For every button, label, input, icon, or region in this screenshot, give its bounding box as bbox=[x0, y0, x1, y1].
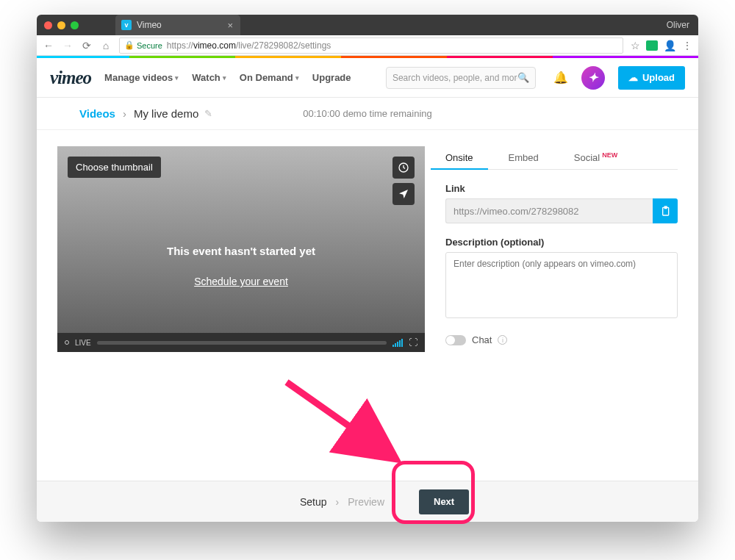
fullscreen-icon[interactable]: ⛶ bbox=[409, 337, 417, 348]
description-textarea[interactable] bbox=[445, 252, 678, 318]
chat-label: Chat bbox=[472, 334, 492, 345]
main-nav: Manage videos▾ Watch▾ On Demand▾ Upgrade bbox=[104, 72, 351, 83]
chevron-down-icon: ▾ bbox=[223, 74, 226, 82]
browser-toolbar: ← → ⟳ ⌂ 🔒 Secure https://vimeo.com/live/… bbox=[37, 35, 698, 56]
live-label: LIVE bbox=[75, 339, 91, 347]
search-input[interactable] bbox=[392, 73, 517, 83]
clock-icon bbox=[398, 162, 409, 173]
search-icon[interactable]: 🔍 bbox=[517, 72, 529, 83]
paper-plane-icon bbox=[398, 188, 409, 200]
chevron-right-icon: › bbox=[336, 496, 340, 508]
tab-social[interactable]: SocialNEW bbox=[574, 146, 615, 169]
schedule-event-link[interactable]: Schedule your event bbox=[57, 276, 425, 287]
description-label: Description (optional) bbox=[445, 237, 678, 248]
address-bar[interactable]: 🔒 Secure https://vimeo.com/live/27829808… bbox=[119, 37, 623, 54]
link-field bbox=[445, 198, 678, 223]
browser-tab[interactable]: v Vimeo × bbox=[115, 15, 240, 35]
player-control-bar: LIVE ⛶ bbox=[57, 333, 425, 352]
tab-title: Vimeo bbox=[137, 20, 162, 30]
share-icon-button[interactable] bbox=[392, 183, 415, 205]
minimize-window-button[interactable] bbox=[57, 21, 65, 29]
player-panel: Choose thumbnail This event hasn't start… bbox=[57, 146, 425, 352]
notifications-bell-icon[interactable]: 🔔 bbox=[553, 71, 568, 85]
info-icon[interactable]: i bbox=[498, 335, 507, 345]
step-preview[interactable]: Preview bbox=[348, 496, 384, 508]
schedule-icon-button[interactable] bbox=[392, 157, 415, 179]
clipboard-icon bbox=[659, 205, 671, 217]
nav-upgrade[interactable]: Upgrade bbox=[312, 72, 351, 83]
link-label: Link bbox=[445, 183, 678, 194]
bookmark-star-icon[interactable]: ☆ bbox=[631, 40, 640, 51]
tab-embed[interactable]: Embed bbox=[509, 146, 539, 169]
live-indicator-icon bbox=[65, 340, 69, 345]
window-controls bbox=[44, 21, 79, 29]
tab-onsite[interactable]: Onsite bbox=[445, 146, 473, 169]
signal-icon bbox=[392, 339, 403, 347]
nav-on-demand[interactable]: On Demand▾ bbox=[240, 72, 299, 83]
choose-thumbnail-button[interactable]: Choose thumbnail bbox=[68, 157, 161, 178]
video-player[interactable]: Choose thumbnail This event hasn't start… bbox=[57, 146, 425, 352]
account-icon[interactable]: 👤 bbox=[664, 40, 676, 51]
reload-button[interactable]: ⟳ bbox=[81, 40, 93, 51]
chat-toggle-row: Chat i bbox=[445, 334, 678, 345]
settings-tabs: Onsite Embed SocialNEW bbox=[445, 146, 678, 170]
nav-watch[interactable]: Watch▾ bbox=[192, 72, 226, 83]
player-status-message: This event hasn't started yet bbox=[57, 245, 425, 257]
page-title: My live demo bbox=[134, 107, 198, 120]
tab-favicon-icon: v bbox=[121, 20, 132, 30]
chevron-right-icon: › bbox=[123, 107, 126, 120]
profile-name[interactable]: Oliver bbox=[667, 20, 689, 30]
upload-button[interactable]: ☁ Upload bbox=[618, 66, 685, 90]
extension-icon[interactable] bbox=[646, 40, 658, 51]
step-setup[interactable]: Setup bbox=[300, 496, 327, 508]
window-titlebar: v Vimeo × Oliver bbox=[37, 15, 698, 35]
settings-panel: Onsite Embed SocialNEW Link Description … bbox=[445, 146, 678, 352]
chevron-down-icon: ▾ bbox=[175, 74, 179, 82]
site-header: vimeo Manage videos▾ Watch▾ On Demand▾ U… bbox=[37, 58, 698, 98]
breadcrumb: Videos › My live demo ✎ 00:10:00 demo ti… bbox=[37, 98, 698, 130]
user-avatar[interactable]: ✦ bbox=[581, 66, 605, 90]
progress-bar[interactable] bbox=[97, 341, 387, 345]
link-input[interactable] bbox=[445, 198, 653, 223]
forward-button[interactable]: → bbox=[62, 40, 74, 51]
main-content: Choose thumbnail This event hasn't start… bbox=[37, 130, 698, 352]
demo-time-remaining: 00:10:00 demo time remaining bbox=[303, 108, 432, 119]
wizard-steps: Setup › Preview bbox=[300, 496, 384, 508]
browser-menu-icon[interactable]: ⋮ bbox=[682, 40, 692, 51]
vimeo-logo[interactable]: vimeo bbox=[50, 68, 91, 88]
wizard-footer: Setup › Preview Next bbox=[37, 481, 698, 522]
close-window-button[interactable] bbox=[44, 21, 52, 29]
new-badge: NEW bbox=[602, 151, 617, 159]
secure-lock-icon: 🔒 Secure bbox=[124, 40, 162, 50]
copy-link-button[interactable] bbox=[653, 198, 678, 223]
back-button[interactable]: ← bbox=[43, 40, 54, 51]
cloud-upload-icon: ☁ bbox=[628, 72, 638, 83]
close-tab-icon[interactable]: × bbox=[227, 20, 233, 31]
home-button[interactable]: ⌂ bbox=[100, 40, 112, 51]
search-box[interactable]: 🔍 bbox=[386, 67, 536, 89]
url-text: https://vimeo.com/live/278298082/setting… bbox=[167, 40, 331, 51]
next-button[interactable]: Next bbox=[419, 489, 469, 514]
breadcrumb-root[interactable]: Videos bbox=[79, 107, 115, 120]
chat-toggle[interactable] bbox=[445, 335, 466, 345]
chevron-down-icon: ▾ bbox=[295, 74, 299, 82]
maximize-window-button[interactable] bbox=[71, 21, 79, 29]
nav-manage-videos[interactable]: Manage videos▾ bbox=[104, 72, 179, 83]
edit-title-icon[interactable]: ✎ bbox=[204, 108, 212, 119]
